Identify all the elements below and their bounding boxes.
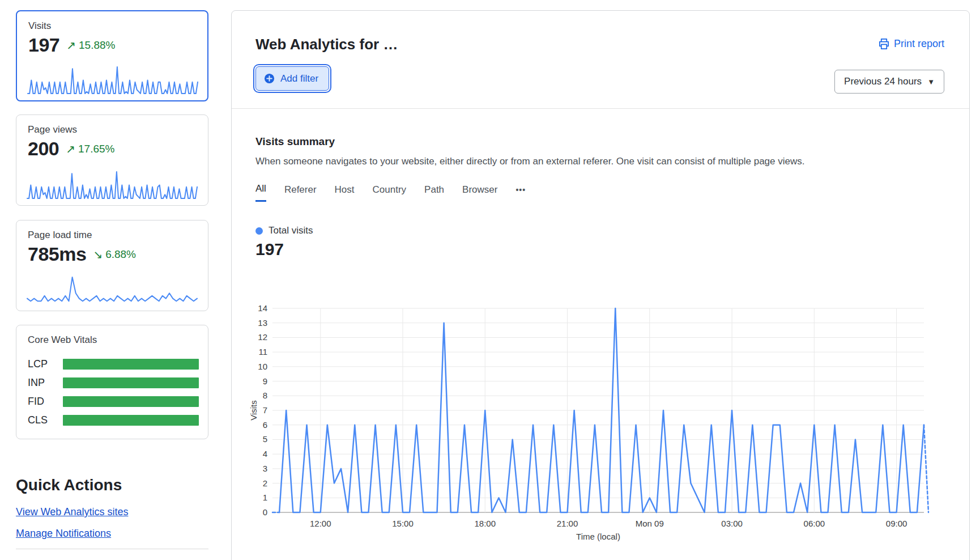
trend-value: 6.88% <box>105 248 136 261</box>
cwv-row-fid: FID <box>28 396 199 407</box>
svg-text:6: 6 <box>263 420 267 430</box>
svg-text:15:00: 15:00 <box>392 519 414 528</box>
metric-value: 197 <box>28 34 59 56</box>
manage-notifications-link[interactable]: Manage Notifications <box>16 528 111 540</box>
svg-text:3: 3 <box>263 464 267 473</box>
chart-legend: Total visits <box>255 225 313 236</box>
metric-card-label: Page views <box>28 124 77 135</box>
time-range-label: Previous 24 hours <box>844 76 922 87</box>
svg-text:13: 13 <box>258 318 267 328</box>
visits-sparkline <box>27 65 198 95</box>
metric-value: 785ms <box>28 243 86 265</box>
main-panel: Web Analytics for … Print report Add fil… <box>231 10 970 560</box>
summary-tabs: All Referer Host Country Path Browser ••… <box>255 183 526 202</box>
chart-container: 0123456789101112131412:0015:0018:0021:00… <box>250 294 964 549</box>
print-report-link[interactable]: Print report <box>879 38 944 50</box>
printer-icon <box>879 39 889 49</box>
svg-text:06:00: 06:00 <box>804 519 825 528</box>
metric-trend: ↗ 17.65% <box>66 142 114 156</box>
cwv-row-inp: INP <box>28 377 199 388</box>
view-web-analytics-sites-link[interactable]: View Web Analytics sites <box>16 506 128 518</box>
tab-host[interactable]: Host <box>335 184 355 201</box>
cwv-bar-green <box>63 396 199 407</box>
metric-card-visits[interactable]: Visits 197 ↗ 15.88% <box>16 10 208 101</box>
add-filter-label: Add filter <box>280 73 318 84</box>
metric-card-label: Visits <box>28 20 51 32</box>
metric-card-page-load-time[interactable]: Page load time 785ms ↘ 6.88% <box>16 220 208 311</box>
svg-text:2: 2 <box>263 478 267 488</box>
total-visits-value: 197 <box>255 240 284 259</box>
add-filter-button[interactable]: Add filter <box>255 66 329 91</box>
cwv-bar-green <box>63 415 199 426</box>
tab-path[interactable]: Path <box>424 184 444 201</box>
visits-summary-description: When someone navigates to your website, … <box>255 156 804 167</box>
page-title: Web Analytics for … <box>255 36 398 53</box>
chevron-down-icon: ▼ <box>927 78 935 86</box>
page-views-sparkline <box>27 170 198 200</box>
plus-circle-icon <box>264 73 275 84</box>
trend-value: 15.88% <box>79 39 115 52</box>
trend-down-icon: ↘ <box>93 248 103 261</box>
svg-text:Mon 09: Mon 09 <box>636 519 664 528</box>
sidebar-divider <box>16 549 208 549</box>
cwv-metric-name: LCP <box>28 358 63 370</box>
print-report-label: Print report <box>894 38 944 50</box>
metric-trend: ↘ 6.88% <box>93 248 136 261</box>
cwv-metric-name: INP <box>28 377 63 389</box>
svg-text:03:00: 03:00 <box>721 519 743 528</box>
svg-text:Time (local): Time (local) <box>576 532 620 541</box>
svg-text:7: 7 <box>263 405 267 415</box>
cwv-row-cls: CLS <box>28 414 199 426</box>
metric-card-page-views[interactable]: Page views 200 ↗ 17.65% <box>16 114 208 206</box>
cwv-metric-name: CLS <box>28 414 63 426</box>
trend-value: 17.65% <box>78 143 114 155</box>
legend-dot-icon <box>255 227 263 235</box>
cwv-bar-green <box>63 377 199 388</box>
svg-text:21:00: 21:00 <box>557 519 578 528</box>
cwv-metric-name: FID <box>28 396 63 408</box>
svg-text:12:00: 12:00 <box>310 519 331 528</box>
metric-trend: ↗ 15.88% <box>66 39 115 52</box>
svg-text:14: 14 <box>258 303 267 313</box>
core-web-vitals-label: Core Web Vitals <box>28 334 97 346</box>
svg-text:4: 4 <box>263 449 267 459</box>
cwv-row-lcp: LCP <box>28 358 199 370</box>
page-load-sparkline <box>27 275 198 305</box>
header-divider <box>232 108 969 109</box>
time-range-dropdown[interactable]: Previous 24 hours ▼ <box>834 70 944 94</box>
svg-text:18:00: 18:00 <box>474 519 496 528</box>
tab-browser[interactable]: Browser <box>462 184 497 201</box>
tab-all[interactable]: All <box>255 183 266 202</box>
tab-country[interactable]: Country <box>373 184 407 201</box>
visits-summary-title: Visits summary <box>255 135 335 148</box>
tab-referer[interactable]: Referer <box>284 184 317 201</box>
sidebar: Visits 197 ↗ 15.88% Page views 200 ↗ 17.… <box>16 0 208 560</box>
legend-label: Total visits <box>269 225 313 236</box>
svg-text:0: 0 <box>263 507 267 517</box>
svg-text:09:00: 09:00 <box>886 519 907 528</box>
svg-text:1: 1 <box>263 493 267 502</box>
trend-up-icon: ↗ <box>66 142 75 156</box>
web-analytics-page: Visits 197 ↗ 15.88% Page views 200 ↗ 17.… <box>0 0 980 560</box>
visits-chart: 0123456789101112131412:0015:0018:0021:00… <box>250 294 964 546</box>
svg-text:5: 5 <box>263 434 267 444</box>
svg-text:12: 12 <box>258 332 267 342</box>
svg-text:Visits: Visits <box>250 400 258 421</box>
metric-card-label: Page load time <box>28 230 92 241</box>
trend-up-icon: ↗ <box>66 39 76 52</box>
svg-text:11: 11 <box>258 347 267 357</box>
core-web-vitals-card[interactable]: Core Web Vitals LCP INP FID CLS <box>16 325 208 439</box>
metric-value: 200 <box>28 138 59 160</box>
cwv-bar-green <box>63 359 199 370</box>
svg-text:8: 8 <box>263 391 267 400</box>
svg-text:10: 10 <box>258 362 267 371</box>
quick-actions-title: Quick Actions <box>16 476 122 494</box>
more-tabs-icon[interactable]: ••• <box>515 185 526 200</box>
svg-text:9: 9 <box>263 376 267 386</box>
